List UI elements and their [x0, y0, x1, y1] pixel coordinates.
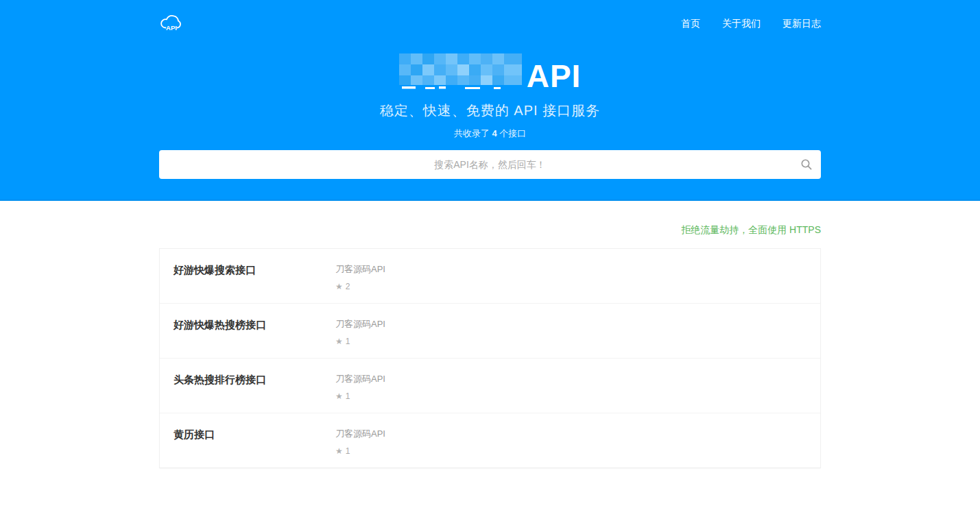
nav-item-changelog[interactable]: 更新日志	[782, 18, 821, 30]
count-prefix: 共收录了	[454, 128, 492, 138]
star-icon: ★	[335, 392, 343, 400]
api-star-rating: ★ 1	[335, 446, 806, 456]
api-list-item[interactable]: 黄历接口 刀客源码API ★ 1	[160, 413, 820, 468]
search-bar	[159, 150, 821, 179]
https-notice-text: 拒绝流量劫持，全面使用 HTTPS	[681, 224, 821, 235]
svg-text:API: API	[166, 24, 177, 32]
top-navigation-bar: API 首页 关于我们 更新日志	[159, 0, 821, 48]
api-provider: 刀客源码API	[335, 318, 806, 330]
cloud-api-logo-icon: API	[159, 12, 184, 36]
star-count: 1	[346, 337, 350, 346]
api-name[interactable]: 好游快爆搜索接口	[174, 263, 335, 291]
main-nav: 首页 关于我们 更新日志	[681, 18, 821, 30]
https-notice: 拒绝流量劫持，全面使用 HTTPS	[159, 224, 821, 237]
star-icon: ★	[335, 282, 343, 291]
site-subtitle: 稳定、快速、免费的 API 接口服务	[159, 101, 821, 120]
site-title: API	[159, 52, 821, 92]
api-meta: 刀客源码API ★ 1	[335, 318, 806, 346]
api-list-item[interactable]: 头条热搜排行榜接口 刀客源码API ★ 1	[160, 359, 820, 413]
star-count: 2	[346, 282, 350, 291]
count-suffix: 个接口	[497, 128, 527, 138]
api-meta: 刀客源码API ★ 1	[335, 373, 806, 401]
nav-item-about[interactable]: 关于我们	[722, 18, 761, 30]
api-count-line: 共收录了 4 个接口	[159, 128, 821, 140]
api-name[interactable]: 好游快爆热搜榜接口	[174, 318, 335, 346]
api-star-rating: ★ 1	[335, 391, 806, 401]
api-name[interactable]: 头条热搜排行榜接口	[174, 373, 335, 401]
api-name[interactable]: 黄历接口	[174, 428, 335, 456]
api-star-rating: ★ 1	[335, 337, 806, 346]
star-count: 1	[346, 391, 350, 401]
api-provider: 刀客源码API	[335, 263, 806, 276]
censored-title-mosaic	[399, 52, 525, 92]
api-list-item[interactable]: 好游快爆热搜榜接口 刀客源码API ★ 1	[160, 304, 820, 359]
nav-item-home[interactable]: 首页	[681, 18, 700, 30]
star-icon: ★	[335, 447, 343, 455]
star-count: 1	[346, 446, 350, 456]
api-provider: 刀客源码API	[335, 373, 806, 385]
site-title-text: API	[527, 60, 582, 92]
api-list: 好游快爆搜索接口 刀客源码API ★ 2 好游快爆热搜榜接口 刀客源码API ★…	[159, 248, 821, 468]
search-input[interactable]	[159, 150, 821, 179]
count-number: 4	[492, 128, 497, 138]
api-meta: 刀客源码API ★ 1	[335, 428, 806, 456]
api-list-item[interactable]: 好游快爆搜索接口 刀客源码API ★ 2	[160, 249, 820, 304]
site-logo[interactable]: API	[159, 12, 184, 36]
search-icon[interactable]	[800, 158, 813, 171]
api-meta: 刀客源码API ★ 2	[335, 263, 806, 291]
hero-section: API 首页 关于我们 更新日志	[0, 0, 980, 201]
api-provider: 刀客源码API	[335, 428, 806, 440]
star-icon: ★	[335, 337, 343, 346]
api-star-rating: ★ 2	[335, 282, 806, 291]
